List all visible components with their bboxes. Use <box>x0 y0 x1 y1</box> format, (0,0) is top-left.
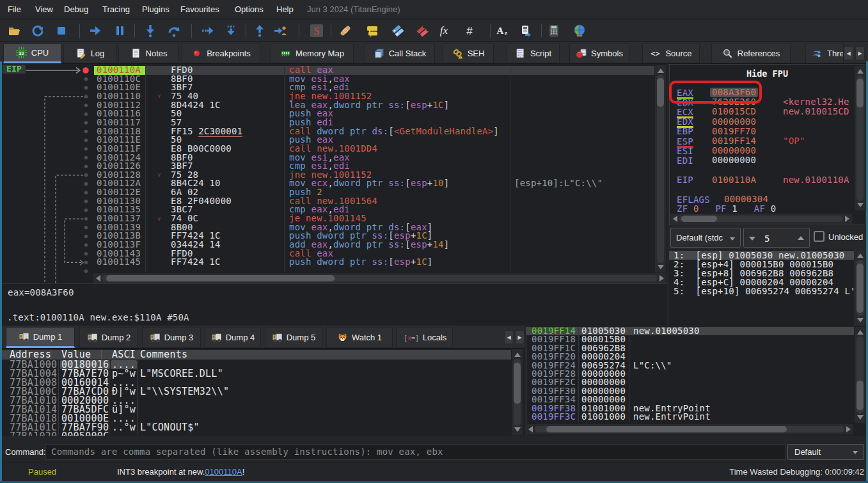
scroll-right-icon[interactable] <box>845 216 849 222</box>
scroll-up-icon[interactable] <box>857 330 864 335</box>
args-vertical-scrollbar[interactable] <box>855 250 865 326</box>
tab-dump-2[interactable]: Dump 2 <box>79 327 138 348</box>
breakpoint-address-link[interactable]: 0100110A <box>205 467 242 477</box>
tab-log[interactable]: Log <box>63 44 116 63</box>
scroll-down-icon[interactable] <box>658 265 664 269</box>
step-out-button[interactable] <box>252 23 267 38</box>
scrollbar-thumb[interactable] <box>856 381 864 410</box>
register-row[interactable]: ESI00000000 <box>670 146 865 155</box>
scroll-up-icon[interactable] <box>514 352 521 357</box>
labels-button[interactable] <box>390 23 406 38</box>
unlocked-checkbox[interactable] <box>814 231 825 242</box>
scrollbar-thumb[interactable] <box>514 363 521 404</box>
disasm-row[interactable]: 01001145FF7424 1Cpush dword ptr ss:[esp+… <box>2 258 654 267</box>
scroll-up-icon[interactable] <box>857 69 864 74</box>
menu-debug[interactable]: Debug <box>64 4 88 14</box>
tab-references[interactable]: References <box>711 44 791 63</box>
scroll-right-icon[interactable] <box>846 426 851 432</box>
tab-dump-5[interactable]: Dump 5 <box>265 327 322 348</box>
scroll-left-icon[interactable] <box>528 426 533 432</box>
scroll-up-icon[interactable] <box>658 68 664 73</box>
tab-threads[interactable]: Threads <box>805 44 844 63</box>
tab-cpu[interactable]: 32CPU <box>3 44 61 63</box>
internet-button[interactable] <box>572 23 587 38</box>
scrollbar-thumb[interactable] <box>657 78 664 107</box>
scrollbar-thumb[interactable] <box>681 216 717 222</box>
register-row[interactable]: EDX00000000 <box>670 117 865 127</box>
scroll-left-icon[interactable] <box>96 275 100 281</box>
dump-tab-scroll-left-button[interactable]: ◀ <box>504 330 514 344</box>
stack-horizontal-scrollbar[interactable] <box>526 424 853 434</box>
argument-row[interactable]: 1: [esp] 01005030 new.01005030 <box>669 251 854 260</box>
column-header-address[interactable]: Address <box>10 350 51 360</box>
scroll-left-icon[interactable] <box>673 216 677 222</box>
flags-row[interactable]: ZF 0 PF 1 AF 0 <box>670 204 865 214</box>
menu-file[interactable]: File <box>8 4 21 14</box>
step-over-button[interactable] <box>166 23 182 38</box>
scrollbar-thumb[interactable] <box>856 79 864 107</box>
tab-seh[interactable]: !SEH <box>443 44 494 63</box>
menu-help[interactable]: Help <box>276 4 294 14</box>
scroll-up-icon[interactable] <box>857 253 864 258</box>
tab-symbols[interactable]: Symbols <box>569 44 629 63</box>
column-header-comments[interactable]: Comments <box>140 350 187 360</box>
open-file-button[interactable] <box>6 23 22 38</box>
functions-button[interactable]: fx <box>436 23 452 38</box>
run-to-user-code-button[interactable] <box>272 23 288 38</box>
tab-scroll-left-button[interactable]: ◀ <box>844 46 853 60</box>
dump-table[interactable]: AddressValueASCIComments77BA100000180016… <box>2 349 525 436</box>
dump-vertical-scrollbar[interactable] <box>512 349 523 435</box>
scyllahide-button[interactable]: S <box>309 23 324 38</box>
arguments-list[interactable]: 1: [esp] 01005030 new.010050302: [esp+4]… <box>669 249 854 326</box>
menu-favourites[interactable]: Favourites <box>180 4 219 14</box>
register-row[interactable]: EIP0100110Anew.0100110A <box>670 175 865 185</box>
scrollbar-thumb[interactable] <box>546 426 787 432</box>
column-header-value[interactable]: Value <box>61 350 91 360</box>
scroll-down-icon[interactable] <box>857 203 864 207</box>
disassembly-panel[interactable]: 0100110AFFD0call eax0100110C8BF0mov esi,… <box>2 64 667 283</box>
step-into-button[interactable] <box>143 23 158 38</box>
scroll-down-icon[interactable] <box>857 415 864 420</box>
register-row[interactable]: EDI00000000 <box>670 155 865 165</box>
scrollbar-thumb[interactable] <box>856 264 864 313</box>
bookmarks-button[interactable] <box>414 23 430 38</box>
disasm-vertical-scrollbar[interactable] <box>655 65 666 273</box>
text-encoding-button[interactable]: Az <box>494 23 510 38</box>
tab-notes[interactable]: Notes <box>118 44 179 63</box>
tab-dump-3[interactable]: Dump 3 <box>142 327 201 348</box>
dump-tab-scroll-right-button[interactable]: ▶ <box>515 330 525 344</box>
menu-options[interactable]: Options <box>235 4 264 14</box>
register-row[interactable]: ECX010015CDnew.010015CD <box>670 107 865 116</box>
run-button[interactable] <box>88 23 103 38</box>
tab-memory-map[interactable]: Memory Map <box>271 44 354 63</box>
patches-button[interactable] <box>338 23 353 38</box>
tab-breakpoints[interactable]: Breakpoints <box>182 44 260 63</box>
column-header-asci[interactable]: ASCI <box>112 350 136 360</box>
scroll-down-icon[interactable] <box>514 427 521 432</box>
command-mode-select[interactable]: Default <box>787 444 864 460</box>
argument-row[interactable]: 3: [esp+8] 006962B8 006962B8 <box>669 269 854 278</box>
argument-row[interactable]: 5: [esp+10] 00695274 00695274 L' <box>669 287 854 296</box>
tab-dump-4[interactable]: Dump 4 <box>205 327 261 348</box>
calling-convention-select[interactable]: Default (stdc <box>670 228 741 248</box>
stack-row[interactable]: 0019FF3C01001000new.EntrvPoint <box>526 413 854 421</box>
menu-view[interactable]: View <box>35 4 53 14</box>
tab-call-stack[interactable]: Call Stack <box>365 44 435 63</box>
skip-next-button[interactable] <box>223 23 239 38</box>
stack-vertical-scrollbar[interactable] <box>855 327 865 423</box>
execute-till-return-button[interactable] <box>200 23 216 38</box>
disasm-horizontal-scrollbar[interactable] <box>93 273 667 283</box>
scrollbar-thumb[interactable] <box>106 275 335 281</box>
tab-source[interactable]: <>Source <box>642 44 700 63</box>
register-row[interactable]: ESP0019FF14"OP" <box>670 136 865 146</box>
stop-button[interactable] <box>54 23 69 38</box>
comments-button[interactable] <box>365 23 380 38</box>
registers-vertical-scrollbar[interactable] <box>855 66 865 210</box>
argument-row[interactable]: 4: [esp+C] 00000204 00000204 <box>669 278 854 287</box>
hash-window-button[interactable]: # <box>462 23 477 38</box>
restart-button[interactable] <box>30 23 45 38</box>
hide-fpu-button[interactable]: Hide FPU <box>670 65 865 83</box>
tab-watch-1[interactable]: Watch 1 <box>326 327 393 348</box>
register-row[interactable]: EBP0019FF70 <box>670 127 865 136</box>
tab-dump-1[interactable]: Dump 1 <box>6 327 75 348</box>
